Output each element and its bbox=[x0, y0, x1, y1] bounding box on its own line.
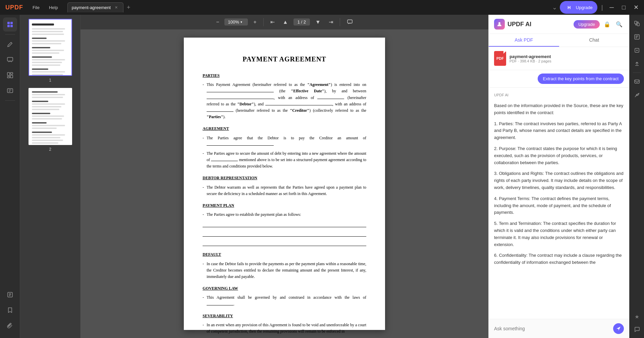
ai-panel: UPDF AI Upgrade 🔒 🔍 Ask PDF Chat PDF pay… bbox=[488, 15, 629, 338]
tab-close-btn[interactable]: ✕ bbox=[113, 5, 119, 10]
pdf-parties-text: - This Payment Agreement (hereinafter re… bbox=[203, 82, 366, 120]
ai-upgrade-btn[interactable]: Upgrade bbox=[574, 20, 600, 29]
separator: | bbox=[601, 4, 603, 11]
right-toolbar-divider bbox=[633, 73, 641, 73]
share-up-icon[interactable] bbox=[631, 58, 643, 70]
toolbar-sep-1 bbox=[263, 18, 264, 26]
app-logo: UPDF bbox=[3, 4, 26, 11]
pdf-agreement-text-1: - The Parties agree that the Debtor is t… bbox=[203, 135, 366, 148]
sidebar-edit-icon[interactable] bbox=[3, 37, 17, 51]
right-toolbar bbox=[629, 15, 644, 338]
maximize-btn[interactable]: □ bbox=[619, 3, 628, 12]
ai-input-area bbox=[489, 319, 629, 338]
ai-file-info: PDF payment-agreement PDF · 398.4 KB · 2… bbox=[489, 47, 629, 70]
email-icon[interactable] bbox=[631, 76, 643, 88]
pdf-content-area[interactable]: PAYMENT AGREEMENT PARTIES - This Payment… bbox=[80, 30, 488, 338]
title-bar-controls: H Upgrade | ─ □ ✕ bbox=[560, 1, 641, 14]
pdf-payment-text: - The Parties agree to establish the pay… bbox=[203, 211, 366, 218]
active-tab[interactable]: payment-agreement ✕ bbox=[67, 2, 123, 12]
svg-rect-6 bbox=[10, 73, 13, 74]
svg-rect-0 bbox=[7, 22, 10, 24]
pdf-default-text: - In case the Debtor fails to provide th… bbox=[203, 261, 366, 280]
pdf-section-debtor: DEBTOR REPRESENTATION bbox=[203, 175, 366, 181]
menu-file[interactable]: File bbox=[29, 4, 44, 11]
ai-panel-title: UPDF AI bbox=[507, 21, 531, 28]
ai-lock-icon[interactable]: 🔒 bbox=[602, 20, 612, 29]
sidebar-form-icon[interactable] bbox=[3, 84, 17, 98]
menu-bar: File Help bbox=[29, 4, 62, 11]
sidebar-thumbnails-icon[interactable] bbox=[3, 17, 17, 32]
zoom-dropdown-arrow[interactable]: ▾ bbox=[240, 20, 242, 24]
svg-rect-11 bbox=[347, 20, 352, 23]
zoom-out-btn[interactable]: − bbox=[213, 18, 222, 27]
ai-search-icon[interactable]: 🔍 bbox=[614, 20, 624, 29]
page-display: 1 / 2 bbox=[293, 18, 310, 26]
tab-chat[interactable]: Chat bbox=[559, 34, 630, 47]
ai-logo-icon bbox=[494, 19, 505, 30]
sidebar-ocr-icon[interactable] bbox=[3, 288, 17, 302]
upgrade-button[interactable]: H Upgrade bbox=[560, 1, 597, 14]
last-page-btn[interactable]: ⇥ bbox=[326, 17, 336, 27]
ai-ask-input[interactable] bbox=[494, 326, 610, 331]
pdf-section-governing: GOVERNING LAW bbox=[203, 285, 366, 292]
svg-rect-3 bbox=[10, 25, 13, 27]
thumbnail-page-2[interactable]: 2 bbox=[29, 88, 72, 152]
ai-panel-header: UPDF AI Upgrade 🔒 🔍 bbox=[489, 15, 629, 34]
ai-label: UPDF AI bbox=[494, 93, 624, 97]
first-page-btn[interactable]: ⇤ bbox=[268, 17, 277, 27]
thumbnail-page-1[interactable]: 1 bbox=[29, 19, 72, 83]
menu-help[interactable]: Help bbox=[45, 4, 62, 11]
pdf-section-payment: PAYMENT PLAN bbox=[203, 202, 366, 209]
compress-icon[interactable] bbox=[631, 44, 643, 56]
pdf-table-lines bbox=[203, 221, 366, 246]
sidebar-comment-icon[interactable] bbox=[3, 53, 17, 67]
ai-response-point-1: 1. Parties: The contract involves two pa… bbox=[494, 120, 624, 141]
close-btn[interactable]: ✕ bbox=[631, 2, 641, 12]
ai-chat-content[interactable]: UPDF AI Based on the information provide… bbox=[489, 88, 629, 319]
svg-rect-17 bbox=[635, 80, 639, 83]
sign-icon[interactable] bbox=[631, 89, 643, 101]
tab-dropdown[interactable]: ⌄ bbox=[552, 4, 557, 11]
title-bar: UPDF File Help payment-agreement ✕ + ⌄ H… bbox=[0, 0, 644, 15]
ai-file-meta: PDF · 398.4 KB · 2 pages bbox=[509, 59, 624, 63]
ocr-right-icon[interactable] bbox=[631, 31, 643, 43]
pdf-section-default: DEFAULT bbox=[203, 251, 366, 258]
new-tab-btn[interactable]: + bbox=[124, 3, 133, 12]
sidebar-divider-1 bbox=[5, 34, 15, 35]
ai-suggest-area: Extract the key points from the contract bbox=[489, 70, 629, 88]
svg-rect-14 bbox=[637, 23, 639, 26]
main-container: 1 bbox=[0, 15, 644, 338]
ai-assistant-icon[interactable] bbox=[631, 311, 643, 323]
prev-page-btn[interactable]: ▲ bbox=[280, 18, 291, 27]
user-avatar: H bbox=[565, 3, 574, 12]
tab-ask-pdf[interactable]: Ask PDF bbox=[489, 34, 559, 47]
pdf-agreement-text-2: - The Parties agree to secure the amount… bbox=[203, 150, 366, 170]
comment-toolbar-btn[interactable] bbox=[344, 18, 356, 27]
pdf-governing-text: - This Agreement shall be governed by an… bbox=[203, 294, 366, 307]
zoom-in-btn[interactable]: + bbox=[251, 18, 259, 27]
sidebar-attachment-icon[interactable] bbox=[3, 319, 17, 333]
convert-icon[interactable] bbox=[631, 17, 643, 30]
sidebar-bottom bbox=[3, 288, 17, 335]
thumbnail-panel: 1 bbox=[20, 15, 80, 338]
toolbar-sep-2 bbox=[340, 18, 340, 26]
zoom-display[interactable]: 100% ▾ bbox=[224, 18, 248, 26]
sidebar-organize-icon[interactable] bbox=[3, 68, 17, 82]
pdf-severability-text: - In an event when any provision of this… bbox=[203, 322, 366, 335]
pdf-section-agreement: AGREEMENT bbox=[203, 126, 366, 132]
svg-rect-1 bbox=[10, 22, 13, 24]
ai-response-point-3: 3. Obligations and Rights: The contract … bbox=[494, 170, 624, 191]
pdf-page: PAYMENT AGREEMENT PARTIES - This Payment… bbox=[184, 38, 385, 330]
tab-area: payment-agreement ✕ + ⌄ bbox=[67, 2, 557, 12]
svg-rect-2 bbox=[7, 25, 10, 27]
pdf-debtor-text: - The Debtor warrants as well as represe… bbox=[203, 184, 366, 197]
minimize-btn[interactable]: ─ bbox=[607, 3, 616, 12]
ai-suggest-btn[interactable]: Extract the key points from the contract bbox=[538, 74, 624, 84]
chat-right-icon[interactable] bbox=[631, 323, 643, 335]
sidebar-bookmark-icon[interactable] bbox=[3, 303, 17, 317]
pdf-viewer: − 100% ▾ + ⇤ ▲ 1 / 2 ▼ ⇥ PAYMENT bbox=[80, 15, 488, 338]
next-page-btn[interactable]: ▼ bbox=[313, 18, 323, 27]
ai-response-point-5: 5. Term and Termination: The contract sp… bbox=[494, 220, 624, 248]
ai-send-btn[interactable] bbox=[613, 323, 624, 334]
left-sidebar bbox=[0, 15, 20, 338]
